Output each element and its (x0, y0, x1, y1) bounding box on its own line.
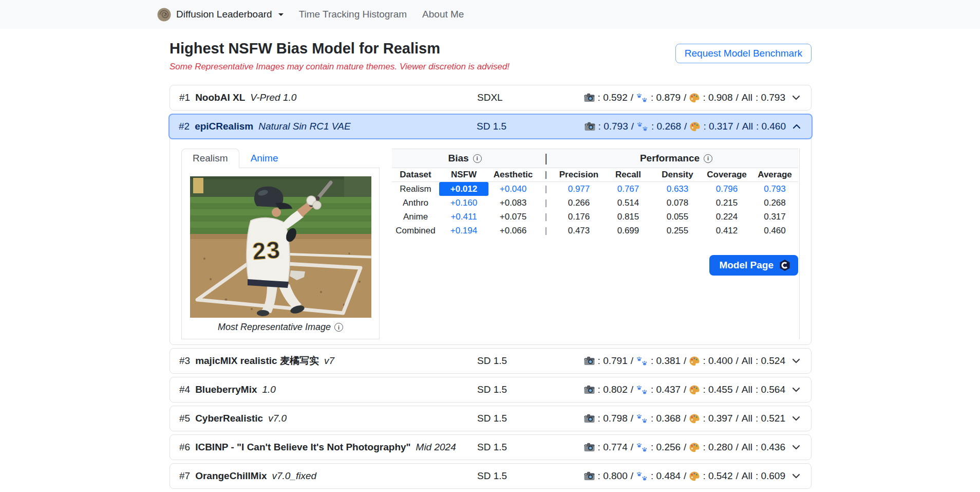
row-rank: #6 (179, 442, 190, 453)
chevron-icon[interactable] (791, 121, 802, 132)
mature-content-warning: Some Representative Images may contain m… (169, 62, 812, 72)
metric-value: 0.793 (751, 182, 798, 196)
all-score: : 0.793 (756, 92, 785, 103)
group-separator: | (538, 149, 554, 168)
model-version: Natural Sin RC1 VAE (258, 121, 351, 132)
nav-link-about-me[interactable]: About Me (422, 9, 464, 20)
metrics-table: Bias i | Performance i DatasetNSFWAesthe… (392, 149, 799, 238)
camera-icon (584, 385, 595, 394)
paw-prints-icon (636, 356, 648, 366)
metric-value: +0.012 (439, 182, 488, 196)
row-stats: : 0.791 / : 0.381 / (545, 355, 802, 367)
metric-value: 0.633 (653, 182, 702, 196)
metric-value: +0.040 (488, 182, 538, 196)
palette-score: : 0.317 (703, 121, 733, 132)
all-label: All (742, 384, 752, 395)
base-model: SD 1.5 (477, 470, 545, 482)
camera-score: : 0.774 (598, 442, 628, 453)
base-model: SDXL (477, 92, 545, 103)
row-header[interactable]: #6 ICBINP - "I Can't Believe It's Not Ph… (170, 435, 811, 460)
model-version: v7.0_fixed (272, 470, 317, 482)
paw-score: : 0.368 (651, 413, 681, 424)
row-stats: : 0.793 / : 0.268 / (545, 121, 802, 132)
row-rank: #1 (179, 92, 190, 103)
metric-value: 0.224 (702, 210, 751, 224)
row-header[interactable]: #5 CyberRealistic v7.0 SD 1.5 : 0.798 (170, 406, 811, 431)
dataset-label: Combined (392, 224, 439, 238)
tab-realism[interactable]: Realism (181, 149, 239, 168)
metric-value: 0.412 (702, 224, 751, 238)
palette-icon (689, 385, 700, 395)
palette-icon (689, 471, 700, 481)
chevron-icon[interactable] (790, 442, 802, 453)
representative-image: 23 (190, 176, 371, 318)
model-name: NoobAI XL (195, 92, 245, 103)
palette-score: : 0.400 (703, 355, 732, 367)
all-score: : 0.564 (756, 384, 785, 395)
jersey-number: 23 (252, 236, 282, 265)
civitai-icon (779, 259, 791, 271)
row-header[interactable]: #1 NoobAI XL V-Pred 1.0 SDXL : 0.592 (170, 85, 811, 110)
column-header: Coverage (702, 168, 751, 182)
metric-value: +0.194 (439, 224, 488, 238)
row-rank: #2 (179, 121, 190, 132)
dataset-label: Realism (392, 182, 439, 196)
model-name: ICBINP - "I Can't Believe It's Not Photo… (195, 442, 410, 453)
row-header[interactable]: #4 BlueberryMix 1.0 SD 1.5 : 0.802 (170, 377, 811, 402)
camera-score: : 0.800 (598, 470, 628, 482)
metric-value: 0.767 (604, 182, 653, 196)
paw-prints-icon (636, 385, 648, 395)
paw-prints-icon (636, 443, 648, 452)
column-header: Dataset (392, 168, 439, 182)
chevron-icon[interactable] (790, 470, 802, 482)
metric-value: 0.055 (653, 210, 702, 224)
metric-value: +0.066 (488, 224, 538, 238)
tab-anime[interactable]: Anime (239, 149, 290, 168)
model-name: CyberRealistic (195, 413, 263, 424)
metric-value: 0.268 (751, 196, 798, 210)
nav-link-time-tracking[interactable]: Time Tracking Histogram (299, 9, 407, 20)
palette-icon (689, 443, 700, 452)
row-header[interactable]: #7 OrangeChillMix v7.0_fixed SD 1.5 : (170, 464, 811, 488)
palette-score: : 0.397 (703, 413, 732, 424)
all-label: All (742, 470, 752, 482)
chevron-icon[interactable] (790, 413, 802, 424)
request-benchmark-button[interactable]: Request Model Benchmark (675, 44, 812, 63)
metric-value: 0.815 (604, 210, 653, 224)
brand-label: Diffusion Leaderboard (176, 9, 272, 20)
site-logo-icon (157, 8, 171, 22)
detail-tabs: Realism Anime (181, 149, 380, 168)
camera-score: : 0.592 (598, 92, 628, 103)
camera-icon (584, 443, 595, 452)
base-model: SD 1.5 (477, 355, 545, 367)
brand[interactable]: Diffusion Leaderboard (157, 8, 284, 22)
row-header[interactable]: #3 majicMIX realistic 麦橘写实 v7 SD 1.5 : (170, 349, 811, 373)
metric-value: 0.266 (554, 196, 604, 210)
info-icon[interactable]: i (334, 323, 343, 332)
row-stats: : 0.592 / : 0.879 / (545, 92, 802, 103)
all-score: : 0.609 (756, 470, 785, 482)
model-page-button[interactable]: Model Page (709, 255, 798, 276)
image-caption: Most Representative Image (218, 322, 331, 333)
model-version: v7 (324, 355, 334, 367)
base-model: SD 1.5 (477, 384, 545, 395)
all-label: All (742, 92, 752, 103)
chevron-icon[interactable] (790, 355, 802, 367)
model-name: OrangeChillMix (195, 470, 267, 482)
camera-score: : 0.798 (598, 413, 628, 424)
metric-value: 0.514 (604, 196, 653, 210)
info-icon[interactable]: i (473, 154, 482, 163)
info-icon[interactable]: i (704, 154, 712, 163)
camera-score: : 0.793 (598, 121, 628, 132)
camera-icon (584, 471, 595, 481)
chevron-icon[interactable] (790, 92, 802, 103)
camera-icon (584, 356, 595, 366)
paw-prints-icon (636, 414, 648, 424)
palette-score: : 0.908 (703, 92, 732, 103)
performance-group-header: Performance i (554, 149, 798, 168)
metric-value: 0.699 (604, 224, 653, 238)
chevron-icon[interactable] (790, 384, 802, 395)
representative-image-panel: 23 Most Representative Image i (181, 168, 380, 339)
row-header[interactable]: #2 epiCRealism Natural Sin RC1 VAE SD 1.… (168, 114, 813, 139)
leaderboard-row: #7 OrangeChillMix v7.0_fixed SD 1.5 : (169, 463, 812, 489)
